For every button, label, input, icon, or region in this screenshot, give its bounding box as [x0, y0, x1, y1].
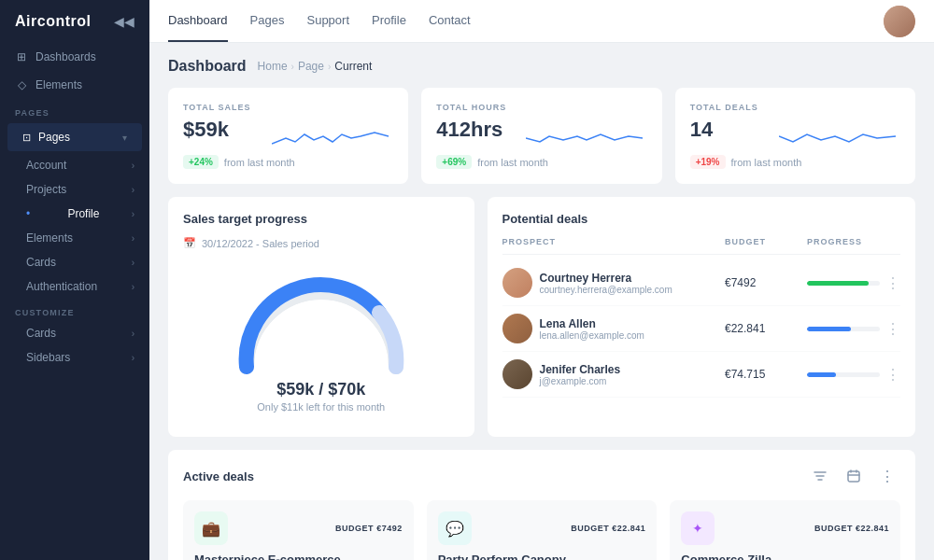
active-deals-title: Active deals [183, 469, 254, 483]
total-hours-chart [502, 118, 646, 155]
col-budget: BUDGET [725, 237, 800, 246]
sidebar-item-sidebars[interactable]: Sidebars › [0, 345, 149, 370]
deal-card-party-perform: 💬 BUDGET €22.841 Party Perform Canopy DE… [427, 500, 658, 560]
sidebars-chevron: › [132, 353, 134, 363]
topnav-pages[interactable]: Pages [250, 0, 285, 42]
page-header: Dashboard Home › Page › Current [168, 58, 915, 75]
sidebar-item-account[interactable]: Account › [0, 153, 149, 177]
topnav-support[interactable]: Support [306, 0, 349, 42]
topnav-links: Dashboard Pages Support Profile Contact [168, 0, 471, 42]
sidebar-item-dashboards[interactable]: ⊞ Dashboards [0, 43, 149, 71]
calendar-icon: 📅 [183, 237, 196, 249]
deals-table-header: PROSPECT BUDGET PROGRESS [502, 237, 901, 255]
deal-prospect-jenifer: Jenifer Charles j@example.com [502, 359, 718, 389]
deal-progress-courtney: ⋮ [807, 274, 900, 292]
sales-target-title: Sales target progress [183, 212, 460, 226]
sidebar-item-cards-customize[interactable]: Cards › [0, 321, 149, 345]
page-content: Dashboard Home › Page › Current TOTAL SA… [149, 43, 934, 560]
sales-period: 📅 30/12/2022 - Sales period [183, 237, 460, 249]
middle-row: Sales target progress 📅 30/12/2022 - Sal… [168, 197, 915, 437]
avatar-lena [502, 314, 532, 343]
sidebar: Aircontrol ◀◀ ⊞ Dashboards ◇ Elements PA… [0, 0, 149, 560]
more-icon[interactable]: ⋮ [874, 463, 900, 489]
calendar-icon-deals[interactable] [841, 463, 867, 489]
logo-text: Aircontrol [15, 13, 91, 30]
potential-deals-title: Potential deals [502, 212, 901, 226]
sidebar-pages-label: Pages [38, 131, 70, 144]
total-hours-label: TOTAL HOURS [436, 103, 646, 112]
gauge-container: $59k / $70k Only $11k left for this mont… [183, 264, 460, 422]
top-navigation: Dashboard Pages Support Profile Contact [149, 0, 934, 43]
avatar-jenifer [502, 359, 532, 389]
deal-name-lena: Lena Allen [540, 317, 644, 330]
deal-budget-jenifer: €74.715 [725, 368, 800, 381]
active-deals-header: Active deals ⋮ [183, 463, 900, 489]
breadcrumb-arrow-1: › [291, 62, 294, 72]
account-chevron: › [132, 161, 134, 171]
sales-period-text: 30/12/2022 - Sales period [202, 238, 319, 249]
deal-prospect-courtney: Courtney Herrera courtney.herrera@exampl… [502, 268, 718, 298]
projects-chevron: › [132, 185, 134, 195]
topnav-contact[interactable]: Contact [429, 0, 471, 42]
stat-card-total-deals: TOTAL DEALS 14 +19% from last month [675, 88, 915, 184]
total-sales-value: $59k [183, 118, 229, 142]
active-deals-actions: ⋮ [807, 463, 900, 489]
filter-icon[interactable] [807, 463, 833, 489]
topnav-profile[interactable]: Profile [372, 0, 406, 42]
collapse-button[interactable]: ◀◀ [114, 14, 134, 29]
sidebar-item-pages[interactable]: ⊡ Pages ▾ [7, 123, 142, 151]
stat-card-total-sales: TOTAL SALES $59k +24% from last month [168, 88, 408, 184]
deal-email-courtney: courtney.herrera@example.com [540, 285, 672, 295]
total-sales-label: TOTAL SALES [183, 103, 393, 112]
deal-card-commerce-zilla: ✦ BUDGET €22.841 Commerce Zilla DEAL PHA… [670, 500, 900, 560]
breadcrumb-page[interactable]: Page [298, 60, 324, 73]
potential-deals-card: Potential deals PROSPECT BUDGET PROGRESS… [488, 197, 916, 437]
sidebar-item-projects[interactable]: Projects › [0, 177, 149, 202]
section-customize-label: CUSTOMIZE [0, 299, 149, 321]
deal-more-jenifer[interactable]: ⋮ [885, 366, 900, 384]
col-progress: PROGRESS [807, 237, 900, 246]
deal-card-name-party: Party Perform Canopy [438, 553, 646, 560]
sidebar-item-profile[interactable]: Profile › [0, 202, 149, 226]
deal-card-masterpiece: 💼 BUDGET €7492 Masterpiece E-commerce DE… [183, 500, 414, 560]
section-pages-label: PAGES [0, 99, 149, 121]
total-sales-badge: +24% [183, 155, 219, 169]
topnav-dashboard[interactable]: Dashboard [168, 0, 228, 42]
sidebar-item-cards-sub[interactable]: Cards › [0, 250, 149, 274]
elements-icon: ◇ [15, 78, 28, 91]
deal-row-courtney: Courtney Herrera courtney.herrera@exampl… [502, 260, 901, 306]
auth-chevron: › [132, 282, 134, 292]
total-sales-footer-text: from last month [224, 157, 295, 168]
deal-email-lena: lena.allen@example.com [540, 330, 644, 341]
breadcrumb-home[interactable]: Home [258, 60, 288, 73]
sidebar-item-elements-sub[interactable]: Elements › [0, 226, 149, 250]
deal-progress-jenifer: ⋮ [807, 366, 900, 384]
breadcrumb: Home › Page › Current [258, 60, 373, 73]
sidebar-elements-label: Elements [35, 78, 82, 91]
page-title: Dashboard [168, 58, 247, 75]
deal-more-lena[interactable]: ⋮ [885, 320, 900, 338]
total-deals-label: TOTAL DEALS [690, 103, 900, 112]
total-deals-chart [713, 118, 900, 155]
pages-icon: ⊡ [22, 132, 31, 144]
sidebar-item-elements[interactable]: ◇ Elements [0, 71, 149, 99]
deal-progress-lena: ⋮ [807, 320, 900, 338]
dashboards-icon: ⊞ [15, 50, 28, 63]
deal-more-courtney[interactable]: ⋮ [885, 274, 900, 292]
sidebar-dashboards-label: Dashboards [35, 50, 96, 63]
deal-card-budget-masterpiece: BUDGET €7492 [335, 524, 403, 533]
deal-card-budget-commerce: BUDGET €22.841 [814, 524, 889, 533]
sidebar-item-authentication[interactable]: Authentication › [0, 274, 149, 299]
user-avatar[interactable] [884, 6, 915, 37]
gauge-label: $59k / $70k Only $11k left for this mont… [257, 380, 385, 413]
deal-card-header-masterpiece: 💼 BUDGET €7492 [194, 511, 403, 545]
deal-card-icon-party: 💬 [438, 511, 472, 545]
profile-chevron: › [132, 209, 134, 219]
active-deals-section: Active deals ⋮ 💼 B [168, 450, 915, 560]
deal-name-courtney: Courtney Herrera [540, 272, 672, 285]
deal-email-jenifer: j@example.com [540, 376, 621, 386]
avatar-image [884, 6, 915, 37]
deal-prospect-lena: Lena Allen lena.allen@example.com [502, 314, 718, 343]
total-deals-badge: +19% [690, 155, 726, 169]
total-deals-footer-text: from last month [731, 157, 802, 168]
